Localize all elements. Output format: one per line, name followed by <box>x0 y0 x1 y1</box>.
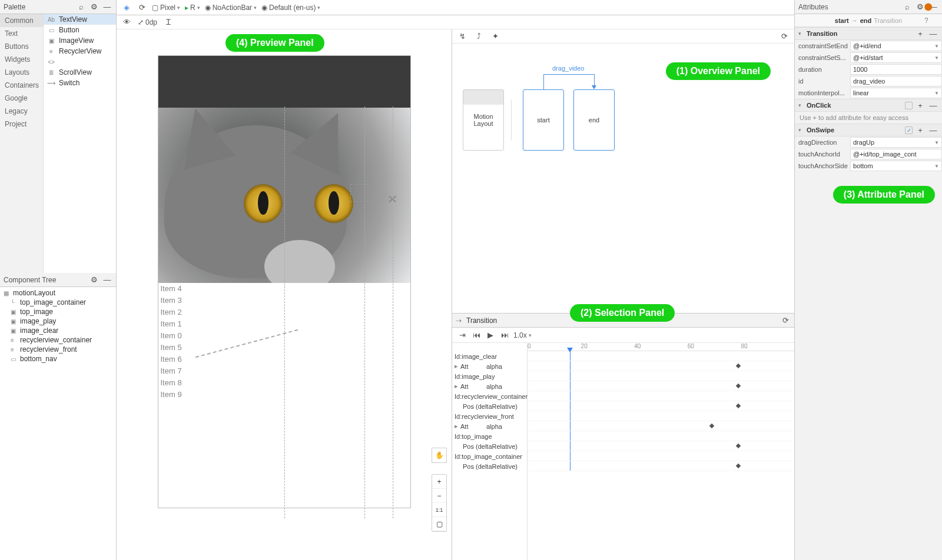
component-scrollview[interactable]: ≣ScrollView <box>44 67 116 78</box>
warning-icon[interactable]: ⬤ <box>924 2 934 12</box>
timeline-row[interactable] <box>528 451 794 461</box>
keyframe-icon[interactable] <box>736 364 741 368</box>
gear-icon[interactable]: ⚙ <box>89 275 99 285</box>
timeline-label[interactable]: ▸ Attalpha <box>452 381 527 391</box>
add-transition-icon[interactable]: ⤴ <box>473 31 484 42</box>
zoom-in-button[interactable]: + <box>432 475 446 489</box>
section-onswipe[interactable]: ▾ OnSwipe ✓ + — <box>795 124 942 136</box>
timeline-label[interactable]: Id:top_image_container <box>452 451 527 461</box>
remove-icon[interactable]: — <box>928 100 938 111</box>
overview-canvas[interactable]: (1) Overview Panel Motion Layout start e… <box>452 44 794 313</box>
timeline-row[interactable] <box>528 411 794 421</box>
state-start[interactable]: start <box>523 89 564 151</box>
collapse-icon[interactable]: — <box>102 275 112 285</box>
timeline-row[interactable] <box>528 351 794 361</box>
attr-value[interactable]: dragUp▼ <box>850 137 942 148</box>
add-icon[interactable]: + <box>915 125 926 135</box>
palette-cat-text[interactable]: Text <box>0 27 43 40</box>
tree-root[interactable]: ▦motionLayout <box>0 288 116 298</box>
play-icon[interactable]: ▶ <box>485 330 496 341</box>
attr-value[interactable]: @+id/end▼ <box>850 41 942 51</box>
timeline-row[interactable] <box>528 401 794 411</box>
add-click-icon[interactable]: ✦ <box>490 31 500 42</box>
pan-button[interactable]: ✋ <box>432 448 447 463</box>
help-icon[interactable]: ? <box>924 16 934 26</box>
attr-value[interactable]: linear▼ <box>850 88 942 98</box>
palette-cat-buttons[interactable]: Buttons <box>0 40 43 53</box>
tree-item-recyclerview_container[interactable]: ≡recyclerview_container <box>0 335 116 345</box>
component-switch[interactable]: ⟶Switch <box>44 78 116 88</box>
component-button[interactable]: ▭Button <box>44 25 116 35</box>
search-icon[interactable]: ⌕ <box>76 2 87 12</box>
step-back-icon[interactable]: ⏮ <box>471 330 482 341</box>
timeline-row[interactable] <box>528 421 794 431</box>
collapse-icon[interactable]: — <box>102 2 112 12</box>
device-selector[interactable]: ▢ Pixel ▾ <box>152 4 180 12</box>
cycle-icon[interactable]: ⟳ <box>780 315 791 326</box>
timeline-row[interactable] <box>528 461 794 471</box>
timeline-label[interactable]: Id:top_image <box>452 431 527 441</box>
add-icon[interactable]: + <box>915 100 926 111</box>
component-imageview[interactable]: ▣ImageView <box>44 35 116 46</box>
tree-item-top_image[interactable]: ▣top_image <box>0 307 116 316</box>
keyframe-icon[interactable] <box>709 424 714 428</box>
selection-rect[interactable] <box>350 184 368 202</box>
checkbox-icon[interactable] <box>905 102 913 109</box>
attr-value[interactable]: drag_video <box>850 76 942 86</box>
remove-icon[interactable]: — <box>928 28 938 39</box>
keyframe-icon[interactable] <box>736 464 741 468</box>
tree-item-recyclerview_front[interactable]: ≡recyclerview_front <box>0 345 116 354</box>
palette-cat-layouts[interactable]: Layouts <box>0 66 43 79</box>
theme-selector[interactable]: ◉ NoActionBar ▾ <box>205 4 257 12</box>
palette-cat-widgets[interactable]: Widgets <box>0 53 43 66</box>
timeline-row[interactable] <box>528 441 794 451</box>
margin-input[interactable]: ⤢ 0dp <box>138 18 157 26</box>
zoom-out-button[interactable]: − <box>432 489 446 503</box>
section-transition[interactable]: ▾ Transition + — <box>795 27 942 40</box>
palette-cat-common[interactable]: Common <box>0 14 43 27</box>
checkbox-checked-icon[interactable]: ✓ <box>905 126 913 134</box>
timeline-label[interactable]: ▸ Attalpha <box>452 361 527 371</box>
keyframe-icon[interactable] <box>736 444 741 448</box>
gear-icon[interactable]: ⚙ <box>89 2 99 12</box>
motion-layout-node[interactable]: Motion Layout <box>463 89 504 151</box>
speed-selector[interactable]: 1.0x ▾ <box>513 331 532 339</box>
attr-value[interactable]: bottom▼ <box>850 161 942 171</box>
attr-value[interactable]: @+id/start▼ <box>850 52 942 63</box>
api-selector[interactable]: ▸ R ▾ <box>185 4 200 12</box>
attr-value[interactable]: 1000 <box>850 64 942 75</box>
palette-cat-legacy[interactable]: Legacy <box>0 105 43 118</box>
timeline-label[interactable]: Id:recyclerview_front <box>452 411 527 421</box>
text-cursor-icon[interactable]: Ꮖ <box>163 17 174 28</box>
timeline-row[interactable] <box>528 371 794 381</box>
locale-selector[interactable]: ◉ Default (en-us) ▾ <box>261 4 320 12</box>
tree-item-image_play[interactable]: ▣image_play <box>0 316 116 326</box>
search-icon[interactable]: ⌕ <box>902 2 913 12</box>
section-onclick[interactable]: ▾ OnClick + — <box>795 99 942 112</box>
palette-cat-project[interactable]: Project <box>0 118 43 131</box>
timeline-label[interactable]: ▸ Attalpha <box>452 421 527 431</box>
timeline-label[interactable]: Pos (deltaRelative) <box>452 441 527 451</box>
keyframe-icon[interactable] <box>736 404 741 408</box>
transition-label[interactable]: drag_video <box>552 65 584 72</box>
state-end[interactable]: end <box>573 89 615 151</box>
component-recyclerview[interactable]: ≡RecyclerView <box>44 46 116 56</box>
add-constraint-icon[interactable]: ↯ <box>457 31 467 42</box>
timeline-label[interactable]: Id:recyclerview_container <box>452 391 527 401</box>
attr-value[interactable]: @+id/top_image_cont <box>850 149 942 159</box>
timeline-label[interactable]: Pos (deltaRelative) <box>452 401 527 411</box>
component-fragmentfragmentfragment[interactable]: <> <box>44 56 116 67</box>
component-textview[interactable]: AbTextView <box>44 14 116 25</box>
visibility-icon[interactable]: 👁 <box>121 17 132 28</box>
tree-item-top_image_container[interactable]: └top_image_container <box>0 298 116 307</box>
timeline-label[interactable]: Id:image_clear <box>452 351 527 361</box>
tree-item-image_clear[interactable]: ▣image_clear <box>0 326 116 335</box>
keyframe-icon[interactable] <box>736 384 741 388</box>
go-start-icon[interactable]: ⇥ <box>457 330 467 341</box>
orientation-icon[interactable]: ⟳ <box>137 2 147 13</box>
timeline-row[interactable] <box>528 391 794 401</box>
timeline-label[interactable]: Id:image_play <box>452 371 527 381</box>
remove-icon[interactable]: — <box>928 125 938 135</box>
cycle-icon[interactable]: ⟳ <box>779 31 790 42</box>
timeline-label[interactable]: Pos (deltaRelative) <box>452 461 527 471</box>
